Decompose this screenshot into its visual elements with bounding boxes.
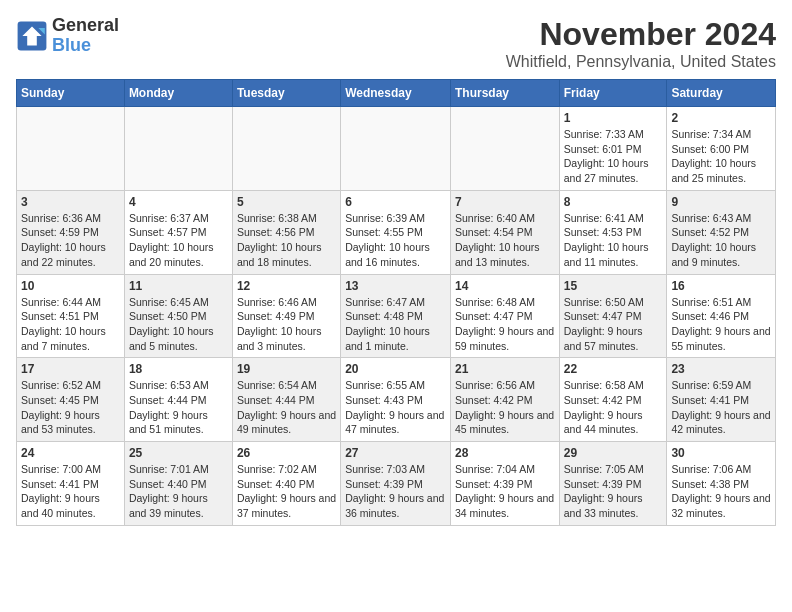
day-number: 17 <box>21 362 120 376</box>
day-info: Sunrise: 6:45 AM Sunset: 4:50 PM Dayligh… <box>129 295 228 354</box>
calendar-header-row: SundayMondayTuesdayWednesdayThursdayFrid… <box>17 80 776 107</box>
calendar-cell: 10Sunrise: 6:44 AM Sunset: 4:51 PM Dayli… <box>17 274 125 358</box>
calendar-cell: 17Sunrise: 6:52 AM Sunset: 4:45 PM Dayli… <box>17 358 125 442</box>
calendar-week-row: 10Sunrise: 6:44 AM Sunset: 4:51 PM Dayli… <box>17 274 776 358</box>
calendar-cell: 4Sunrise: 6:37 AM Sunset: 4:57 PM Daylig… <box>124 190 232 274</box>
calendar-week-row: 17Sunrise: 6:52 AM Sunset: 4:45 PM Dayli… <box>17 358 776 442</box>
calendar-cell: 25Sunrise: 7:01 AM Sunset: 4:40 PM Dayli… <box>124 442 232 526</box>
calendar-cell: 14Sunrise: 6:48 AM Sunset: 4:47 PM Dayli… <box>450 274 559 358</box>
day-number: 18 <box>129 362 228 376</box>
calendar-cell: 1Sunrise: 7:33 AM Sunset: 6:01 PM Daylig… <box>559 107 667 191</box>
calendar-cell: 24Sunrise: 7:00 AM Sunset: 4:41 PM Dayli… <box>17 442 125 526</box>
day-number: 22 <box>564 362 663 376</box>
calendar-header-tuesday: Tuesday <box>232 80 340 107</box>
page-header: General Blue November 2024 Whitfield, Pe… <box>16 16 776 71</box>
calendar-header-monday: Monday <box>124 80 232 107</box>
day-number: 29 <box>564 446 663 460</box>
calendar-cell: 5Sunrise: 6:38 AM Sunset: 4:56 PM Daylig… <box>232 190 340 274</box>
location: Whitfield, Pennsylvania, United States <box>506 53 776 71</box>
day-number: 25 <box>129 446 228 460</box>
calendar-cell: 7Sunrise: 6:40 AM Sunset: 4:54 PM Daylig… <box>450 190 559 274</box>
calendar-cell: 8Sunrise: 6:41 AM Sunset: 4:53 PM Daylig… <box>559 190 667 274</box>
day-info: Sunrise: 7:01 AM Sunset: 4:40 PM Dayligh… <box>129 462 228 521</box>
day-number: 8 <box>564 195 663 209</box>
calendar-table: SundayMondayTuesdayWednesdayThursdayFrid… <box>16 79 776 526</box>
logo-icon <box>16 20 48 52</box>
calendar-cell <box>124 107 232 191</box>
day-info: Sunrise: 6:38 AM Sunset: 4:56 PM Dayligh… <box>237 211 336 270</box>
calendar-cell: 26Sunrise: 7:02 AM Sunset: 4:40 PM Dayli… <box>232 442 340 526</box>
day-info: Sunrise: 6:52 AM Sunset: 4:45 PM Dayligh… <box>21 378 120 437</box>
day-number: 19 <box>237 362 336 376</box>
calendar-cell: 15Sunrise: 6:50 AM Sunset: 4:47 PM Dayli… <box>559 274 667 358</box>
calendar-cell: 13Sunrise: 6:47 AM Sunset: 4:48 PM Dayli… <box>341 274 451 358</box>
calendar-cell <box>341 107 451 191</box>
calendar-cell: 30Sunrise: 7:06 AM Sunset: 4:38 PM Dayli… <box>667 442 776 526</box>
calendar-cell: 6Sunrise: 6:39 AM Sunset: 4:55 PM Daylig… <box>341 190 451 274</box>
calendar-week-row: 24Sunrise: 7:00 AM Sunset: 4:41 PM Dayli… <box>17 442 776 526</box>
day-number: 15 <box>564 279 663 293</box>
day-number: 30 <box>671 446 771 460</box>
calendar-cell <box>232 107 340 191</box>
calendar-cell: 29Sunrise: 7:05 AM Sunset: 4:39 PM Dayli… <box>559 442 667 526</box>
title-section: November 2024 Whitfield, Pennsylvania, U… <box>506 16 776 71</box>
day-number: 16 <box>671 279 771 293</box>
day-info: Sunrise: 6:55 AM Sunset: 4:43 PM Dayligh… <box>345 378 446 437</box>
day-number: 14 <box>455 279 555 293</box>
calendar-cell: 11Sunrise: 6:45 AM Sunset: 4:50 PM Dayli… <box>124 274 232 358</box>
calendar-cell <box>450 107 559 191</box>
day-number: 9 <box>671 195 771 209</box>
calendar-header-wednesday: Wednesday <box>341 80 451 107</box>
calendar-cell: 3Sunrise: 6:36 AM Sunset: 4:59 PM Daylig… <box>17 190 125 274</box>
day-info: Sunrise: 6:48 AM Sunset: 4:47 PM Dayligh… <box>455 295 555 354</box>
day-info: Sunrise: 6:50 AM Sunset: 4:47 PM Dayligh… <box>564 295 663 354</box>
day-number: 4 <box>129 195 228 209</box>
calendar-cell: 28Sunrise: 7:04 AM Sunset: 4:39 PM Dayli… <box>450 442 559 526</box>
day-info: Sunrise: 6:47 AM Sunset: 4:48 PM Dayligh… <box>345 295 446 354</box>
day-number: 2 <box>671 111 771 125</box>
day-info: Sunrise: 6:53 AM Sunset: 4:44 PM Dayligh… <box>129 378 228 437</box>
day-number: 28 <box>455 446 555 460</box>
calendar-cell: 27Sunrise: 7:03 AM Sunset: 4:39 PM Dayli… <box>341 442 451 526</box>
day-info: Sunrise: 6:51 AM Sunset: 4:46 PM Dayligh… <box>671 295 771 354</box>
day-info: Sunrise: 7:02 AM Sunset: 4:40 PM Dayligh… <box>237 462 336 521</box>
day-number: 6 <box>345 195 446 209</box>
day-info: Sunrise: 7:04 AM Sunset: 4:39 PM Dayligh… <box>455 462 555 521</box>
day-number: 11 <box>129 279 228 293</box>
day-number: 12 <box>237 279 336 293</box>
calendar-cell <box>17 107 125 191</box>
calendar-header-sunday: Sunday <box>17 80 125 107</box>
calendar-cell: 12Sunrise: 6:46 AM Sunset: 4:49 PM Dayli… <box>232 274 340 358</box>
calendar-cell: 20Sunrise: 6:55 AM Sunset: 4:43 PM Dayli… <box>341 358 451 442</box>
month-title: November 2024 <box>506 16 776 53</box>
day-info: Sunrise: 6:44 AM Sunset: 4:51 PM Dayligh… <box>21 295 120 354</box>
calendar-cell: 16Sunrise: 6:51 AM Sunset: 4:46 PM Dayli… <box>667 274 776 358</box>
day-info: Sunrise: 7:05 AM Sunset: 4:39 PM Dayligh… <box>564 462 663 521</box>
day-info: Sunrise: 6:54 AM Sunset: 4:44 PM Dayligh… <box>237 378 336 437</box>
day-info: Sunrise: 6:46 AM Sunset: 4:49 PM Dayligh… <box>237 295 336 354</box>
day-info: Sunrise: 6:43 AM Sunset: 4:52 PM Dayligh… <box>671 211 771 270</box>
day-number: 10 <box>21 279 120 293</box>
day-number: 7 <box>455 195 555 209</box>
day-info: Sunrise: 7:00 AM Sunset: 4:41 PM Dayligh… <box>21 462 120 521</box>
calendar-cell: 22Sunrise: 6:58 AM Sunset: 4:42 PM Dayli… <box>559 358 667 442</box>
logo-text: General Blue <box>52 16 119 56</box>
day-info: Sunrise: 7:03 AM Sunset: 4:39 PM Dayligh… <box>345 462 446 521</box>
day-info: Sunrise: 6:56 AM Sunset: 4:42 PM Dayligh… <box>455 378 555 437</box>
day-number: 21 <box>455 362 555 376</box>
day-info: Sunrise: 7:06 AM Sunset: 4:38 PM Dayligh… <box>671 462 771 521</box>
day-info: Sunrise: 6:58 AM Sunset: 4:42 PM Dayligh… <box>564 378 663 437</box>
day-info: Sunrise: 6:59 AM Sunset: 4:41 PM Dayligh… <box>671 378 771 437</box>
day-info: Sunrise: 6:39 AM Sunset: 4:55 PM Dayligh… <box>345 211 446 270</box>
day-number: 24 <box>21 446 120 460</box>
day-info: Sunrise: 7:33 AM Sunset: 6:01 PM Dayligh… <box>564 127 663 186</box>
day-number: 27 <box>345 446 446 460</box>
day-number: 26 <box>237 446 336 460</box>
calendar-week-row: 1Sunrise: 7:33 AM Sunset: 6:01 PM Daylig… <box>17 107 776 191</box>
day-info: Sunrise: 6:37 AM Sunset: 4:57 PM Dayligh… <box>129 211 228 270</box>
day-info: Sunrise: 6:41 AM Sunset: 4:53 PM Dayligh… <box>564 211 663 270</box>
day-info: Sunrise: 6:40 AM Sunset: 4:54 PM Dayligh… <box>455 211 555 270</box>
calendar-header-friday: Friday <box>559 80 667 107</box>
day-number: 5 <box>237 195 336 209</box>
calendar-week-row: 3Sunrise: 6:36 AM Sunset: 4:59 PM Daylig… <box>17 190 776 274</box>
